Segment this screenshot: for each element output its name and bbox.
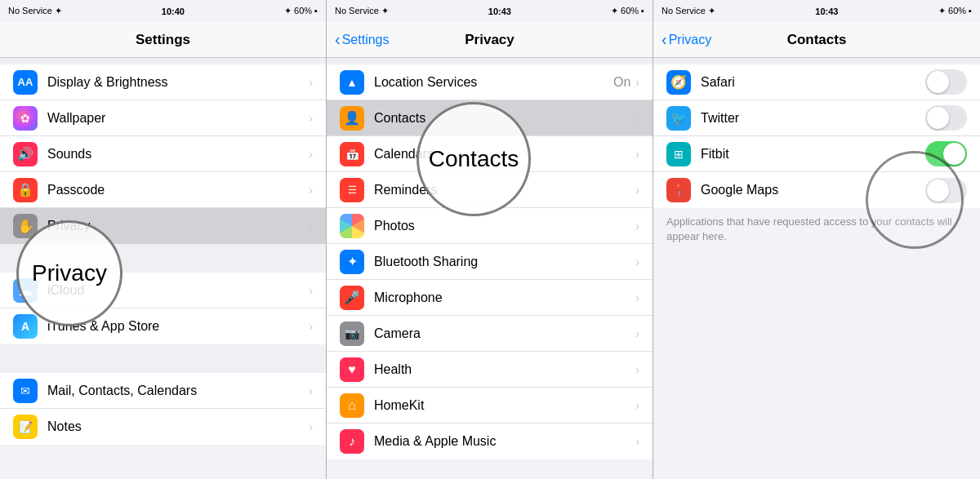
settings-item-display[interactable]: AA Display & Brightness › xyxy=(0,64,326,100)
chevron-icon: › xyxy=(635,363,639,376)
bluetooth-label: Bluetooth Sharing xyxy=(374,255,635,269)
nav-title-1: Settings xyxy=(136,32,190,48)
chevron-icon: › xyxy=(309,220,313,233)
status-left-1: No Service ✦ xyxy=(8,6,62,16)
time-1: 10:40 xyxy=(162,7,185,16)
nav-title-3: Contacts xyxy=(787,32,847,48)
sounds-icon: 🔊 xyxy=(13,142,38,166)
settings-item-wallpaper[interactable]: ✿ Wallpaper › xyxy=(0,100,326,136)
chevron-icon: › xyxy=(309,420,313,433)
privacy-item-calendars[interactable]: 📅 Calendars › xyxy=(327,136,653,172)
twitter-toggle[interactable] xyxy=(925,105,967,131)
googlemaps-toggle-knob xyxy=(927,180,949,202)
status-bar-3: No Service ✦ 10:43 ✦ 60% ▪ xyxy=(653,0,980,22)
media-icon: ♪ xyxy=(340,429,364,454)
privacy-item-contacts[interactable]: 👤 Contacts › xyxy=(327,100,653,136)
chevron-icon: › xyxy=(309,76,313,89)
location-value: On xyxy=(613,75,630,90)
privacy-item-camera[interactable]: 📷 Camera › xyxy=(327,316,653,352)
privacy-item-location[interactable]: ▲ Location Services On › xyxy=(327,64,653,100)
icloud-icon: ☁ xyxy=(13,278,38,303)
location-label: Location Services xyxy=(374,75,613,90)
back-button-2[interactable]: ‹ Settings xyxy=(335,32,389,47)
settings-item-mail[interactable]: ✉ Mail, Contacts, Calendars › xyxy=(0,373,326,409)
safari-label: Safari xyxy=(701,75,925,90)
appstore-label: iTunes & App Store xyxy=(47,319,309,334)
battery-2: ✦ 60% ▪ xyxy=(611,6,644,16)
settings-item-notes[interactable]: 📝 Notes › xyxy=(0,409,326,445)
status-bar-2: No Service ✦ 10:43 ✦ 60% ▪ xyxy=(327,0,653,22)
chevron-icon: › xyxy=(635,255,639,268)
reminders-label: Reminders xyxy=(374,183,635,197)
settings-item-passcode[interactable]: 🔒 Passcode › xyxy=(0,172,326,208)
chevron-icon: › xyxy=(635,112,639,125)
privacy-item-reminders[interactable]: ☰ Reminders › xyxy=(327,172,653,208)
settings-group-icloud: ☁ iCloud › A iTunes & App Store › xyxy=(0,273,326,344)
chevron-icon: › xyxy=(635,148,639,161)
calendars-icon: 📅 xyxy=(340,142,364,166)
settings-item-sounds[interactable]: 🔊 Sounds › xyxy=(0,136,326,172)
fitbit-label: Fitbit xyxy=(701,147,925,162)
status-right-3: ✦ 60% ▪ xyxy=(938,6,972,16)
status-right-1: ✦ 60% ▪ xyxy=(284,6,318,16)
no-service-label-1: No Service ✦ xyxy=(8,6,62,16)
chevron-icon: › xyxy=(309,148,313,161)
settings-group-mail: ✉ Mail, Contacts, Calendars › 📝 Notes › xyxy=(0,373,326,445)
camera-icon: 📷 xyxy=(340,322,364,346)
privacy-item-microphone[interactable]: 🎤 Microphone › xyxy=(327,280,653,316)
no-service-label-3: No Service ✦ xyxy=(662,6,715,16)
photos-label: Photos xyxy=(374,219,635,233)
contacts-item-fitbit[interactable]: ⊞ Fitbit xyxy=(653,136,980,172)
privacy-label: Privacy xyxy=(47,219,309,233)
no-service-label-2: No Service ✦ xyxy=(335,6,389,16)
chevron-icon: › xyxy=(635,220,639,233)
privacy-item-bluetooth[interactable]: ✦ Bluetooth Sharing › xyxy=(327,244,653,280)
chevron-icon: › xyxy=(635,184,639,197)
status-right-2: ✦ 60% ▪ xyxy=(611,6,644,16)
settings-group-display: AA Display & Brightness › ✿ Wallpaper › … xyxy=(0,64,326,244)
settings-item-privacy[interactable]: ✋ Privacy › xyxy=(0,208,326,244)
privacy-item-homekit[interactable]: ⌂ HomeKit › xyxy=(327,388,653,424)
contacts-item-safari[interactable]: 🧭 Safari xyxy=(653,64,980,100)
privacy-item-photos[interactable]: Photos › xyxy=(327,208,653,244)
chevron-icon: › xyxy=(635,327,639,340)
icloud-label: iCloud xyxy=(47,283,309,298)
fitbit-toggle-knob xyxy=(943,143,965,165)
settings-item-appstore[interactable]: A iTunes & App Store › xyxy=(0,308,326,344)
settings-item-icloud[interactable]: ☁ iCloud › xyxy=(0,273,326,308)
chevron-icon: › xyxy=(635,435,639,448)
safari-toggle[interactable] xyxy=(925,69,967,95)
twitter-label: Twitter xyxy=(701,111,925,126)
display-icon: AA xyxy=(13,70,38,95)
mail-icon: ✉ xyxy=(13,379,38,403)
googlemaps-toggle[interactable] xyxy=(925,178,967,203)
privacy-item-media[interactable]: ♪ Media & Apple Music › xyxy=(327,424,653,459)
chevron-icon: › xyxy=(309,384,313,397)
back-chevron-3: ‹ xyxy=(662,31,667,47)
chevron-icon: › xyxy=(309,284,313,297)
fitbit-icon: ⊞ xyxy=(666,142,691,166)
contacts-item-twitter[interactable]: 🐦 Twitter xyxy=(653,100,980,136)
status-left-2: No Service ✦ xyxy=(335,6,389,16)
calendars-label: Calendars xyxy=(374,147,635,162)
twitter-toggle-knob xyxy=(927,107,949,129)
homekit-label: HomeKit xyxy=(374,398,635,413)
privacy-group: ▲ Location Services On › 👤 Contacts › 📅 … xyxy=(327,64,653,459)
wallpaper-label: Wallpaper xyxy=(47,111,309,126)
safari-icon: 🧭 xyxy=(666,70,691,95)
passcode-label: Passcode xyxy=(47,183,309,197)
privacy-item-health[interactable]: ♥ Health › xyxy=(327,352,653,388)
camera-label: Camera xyxy=(374,326,635,341)
fitbit-toggle[interactable] xyxy=(925,141,967,166)
sounds-label: Sounds xyxy=(47,147,309,162)
time-2: 10:43 xyxy=(488,7,511,16)
mail-label: Mail, Contacts, Calendars xyxy=(47,384,309,398)
nav-bar-3: ‹ Privacy Contacts xyxy=(653,22,980,58)
chevron-icon: › xyxy=(635,399,639,412)
health-label: Health xyxy=(374,362,635,377)
googlemaps-icon: 📍 xyxy=(666,178,691,202)
back-button-3[interactable]: ‹ Privacy xyxy=(662,32,711,47)
appstore-icon: A xyxy=(13,314,38,339)
contacts-list: 🧭 Safari 🐦 Twitter ⊞ Fitbit xyxy=(653,58,980,479)
contacts-item-googlemaps[interactable]: 📍 Google Maps xyxy=(653,172,980,208)
